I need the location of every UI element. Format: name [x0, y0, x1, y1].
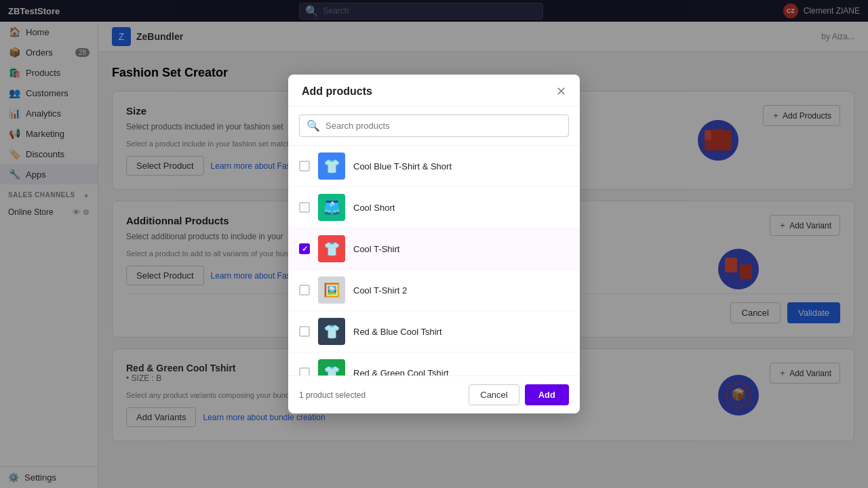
modal-cancel-button[interactable]: Cancel — [469, 384, 519, 405]
modal-close-button[interactable]: ✕ — [556, 85, 566, 98]
product-item[interactable]: 🩳Cool Short — [288, 187, 580, 228]
product-checkbox — [299, 161, 310, 171]
product-name: Cool Blue T-Shirt & Short — [353, 161, 452, 171]
modal-footer: 1 product selected Cancel Add — [288, 375, 580, 413]
modal-search-input[interactable] — [326, 121, 561, 131]
modal-overlay[interactable]: Add products ✕ 🔍 👕Cool Blue T-Shirt & Sh… — [0, 0, 868, 488]
product-image: 🖼️ — [318, 277, 345, 304]
product-image: 👕 — [318, 318, 345, 345]
product-checkbox — [299, 202, 310, 213]
product-image: 👕 — [318, 359, 345, 375]
modal-add-button[interactable]: Add — [525, 384, 569, 405]
selected-count: 1 product selected — [299, 390, 366, 400]
product-item[interactable]: 👕Red & Green Cool Tshirt — [288, 352, 580, 375]
modal-search-area: 🔍 — [288, 106, 580, 146]
modal-search-inner: 🔍 — [299, 115, 569, 137]
product-item[interactable]: 🖼️Cool T-Shirt 2 — [288, 270, 580, 311]
add-products-modal: Add products ✕ 🔍 👕Cool Blue T-Shirt & Sh… — [288, 75, 580, 413]
product-image: 🩳 — [318, 194, 345, 221]
product-image: 👕 — [318, 235, 345, 262]
product-name: Red & Blue Cool Tshirt — [353, 327, 442, 337]
product-checkbox: ✓ — [299, 243, 310, 254]
modal-search-icon: 🔍 — [307, 119, 320, 132]
product-item[interactable]: 👕Red & Blue Cool Tshirt — [288, 311, 580, 352]
product-item[interactable]: ✓👕Cool T-Shirt — [288, 228, 580, 270]
product-checkbox — [299, 367, 310, 375]
product-name: Cool Short — [353, 203, 395, 213]
modal-actions: Cancel Add — [469, 384, 569, 405]
product-checkbox — [299, 326, 310, 337]
modal-header: Add products ✕ — [288, 75, 580, 106]
product-item[interactable]: 👕Cool Blue T-Shirt & Short — [288, 146, 580, 187]
product-checkbox — [299, 285, 310, 296]
product-list: 👕Cool Blue T-Shirt & Short🩳Cool Short✓👕C… — [288, 146, 580, 375]
product-image: 👕 — [318, 152, 345, 180]
product-name: Cool T-Shirt 2 — [353, 285, 407, 296]
product-name: Red & Green Cool Tshirt — [353, 368, 449, 376]
modal-title: Add products — [302, 85, 372, 98]
product-name: Cool T-Shirt — [353, 244, 399, 254]
